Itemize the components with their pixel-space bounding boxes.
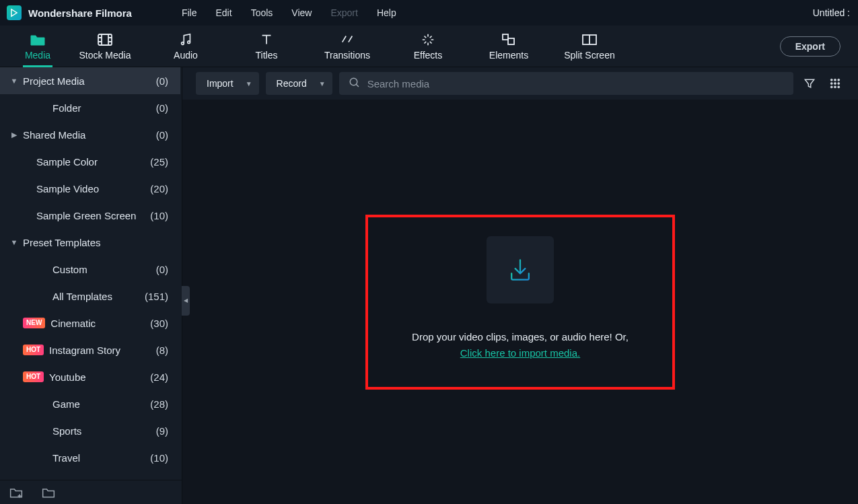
tree-count: (10)	[150, 210, 168, 221]
tree-travel[interactable]: Travel (10)	[0, 444, 180, 471]
record-label: Record	[277, 78, 307, 89]
svg-point-8	[834, 79, 836, 81]
menu-view[interactable]: View	[282, 7, 321, 18]
tree-sample-video[interactable]: Sample Video (20)	[0, 175, 180, 202]
chevron-down-icon: ▼	[8, 77, 20, 85]
tree-count: (20)	[150, 183, 168, 194]
svg-point-12	[838, 83, 840, 85]
tree-label: Instagram Story	[49, 345, 120, 356]
tree-label: Cinematic	[50, 318, 96, 329]
tree-sample-color[interactable]: Sample Color (25)	[0, 148, 180, 175]
media-drop-zone[interactable]: Drop your video clips, images, or audio …	[182, 100, 858, 504]
tree-shared-media[interactable]: ▶ Shared Media (0)	[0, 121, 180, 148]
tree-project-media[interactable]: ▼ Project Media (0)	[0, 67, 180, 94]
tree-count: (24)	[150, 371, 168, 383]
transitions-icon	[340, 32, 355, 47]
svg-rect-3	[503, 34, 508, 40]
tab-media[interactable]: Media	[11, 26, 65, 67]
tree-label: Folder	[52, 102, 81, 114]
sparkle-icon	[421, 32, 435, 47]
tree-label: Travel	[52, 452, 80, 464]
import-media-link[interactable]: Click here to import media.	[460, 347, 580, 359]
tree-count: (30)	[150, 318, 168, 329]
tab-effects-label: Effects	[414, 50, 443, 61]
new-folder-icon[interactable]	[9, 487, 23, 499]
menu-edit[interactable]: Edit	[207, 7, 242, 18]
import-icon[interactable]	[487, 236, 554, 303]
svg-point-13	[830, 86, 832, 88]
tree-count: (25)	[150, 156, 168, 168]
sidebar-tree[interactable]: ▼ Project Media (0) Folder (0) ▶ Shared …	[0, 67, 182, 480]
drop-line1: Drop your video clips, images, or audio …	[412, 331, 629, 343]
import-dropdown[interactable]: Import ▼	[196, 72, 259, 95]
tree-custom[interactable]: Custom (0)	[0, 256, 180, 283]
export-button[interactable]: Export	[780, 36, 841, 57]
collapse-sidebar-handle[interactable]	[182, 286, 190, 316]
tree-label: Sample Green Screen	[36, 210, 136, 221]
tree-label: Project Media	[23, 75, 85, 87]
menu-file[interactable]: File	[172, 7, 207, 18]
folder-open-icon[interactable]	[42, 487, 55, 499]
tree-sample-green[interactable]: Sample Green Screen (10)	[0, 202, 180, 229]
tab-titles-label: Titles	[256, 50, 278, 61]
tree-cinematic[interactable]: NEW Cinematic (30)	[0, 310, 180, 336]
app-title: Wondershare Filmora	[28, 7, 132, 19]
tree-count: (10)	[150, 452, 168, 464]
svg-point-15	[838, 86, 840, 88]
tree-sports[interactable]: Sports (9)	[0, 417, 180, 444]
tree-all-templates[interactable]: All Templates (151)	[0, 283, 180, 310]
tree-youtube[interactable]: HOT Youtube (24)	[0, 363, 180, 390]
drop-highlight-box: Drop your video clips, images, or audio …	[365, 215, 675, 390]
tab-stock-label: Stock Media	[79, 50, 131, 61]
menu-help[interactable]: Help	[367, 7, 406, 18]
tree-label: Sample Color	[36, 156, 98, 168]
tab-titles[interactable]: Titles	[226, 26, 307, 67]
filter-icon[interactable]	[800, 77, 819, 90]
menu-tools[interactable]: Tools	[242, 7, 283, 18]
svg-point-7	[830, 79, 832, 81]
title-bar: Wondershare Filmora File Edit Tools View…	[0, 0, 858, 26]
tab-stock-media[interactable]: Stock Media	[65, 26, 145, 67]
svg-point-14	[834, 86, 836, 88]
project-title: Untitled :	[813, 7, 851, 18]
tool-tabs: Media Stock Media Audio Titles Transitio…	[0, 26, 858, 67]
tab-transitions[interactable]: Transitions	[307, 26, 388, 67]
tab-effects[interactable]: Effects	[388, 26, 468, 67]
tree-label: Custom	[52, 264, 87, 275]
svg-rect-4	[508, 38, 514, 44]
chevron-right-icon: ▶	[8, 131, 20, 139]
hot-badge: HOT	[23, 345, 44, 355]
grid-view-icon[interactable]	[826, 77, 845, 89]
workspace: ▼ Project Media (0) Folder (0) ▶ Shared …	[0, 67, 858, 504]
tree-game[interactable]: Game (28)	[0, 390, 180, 417]
tree-count: (0)	[156, 102, 168, 114]
tree-label: Shared Media	[23, 129, 85, 141]
tree-label: Game	[52, 398, 80, 410]
search-input[interactable]	[367, 78, 784, 89]
app-logo-icon	[7, 5, 22, 20]
chevron-down-icon: ▼	[319, 80, 326, 87]
split-icon	[581, 32, 598, 47]
tree-count: (8)	[156, 345, 168, 356]
svg-rect-0	[98, 34, 112, 45]
record-dropdown[interactable]: Record ▼	[266, 72, 332, 95]
menu-export: Export	[321, 7, 367, 18]
tree-folder[interactable]: Folder (0)	[0, 94, 180, 121]
tree-count: (0)	[156, 129, 168, 141]
tab-media-label: Media	[25, 50, 50, 61]
hot-badge: HOT	[23, 371, 44, 382]
tree-label: Preset Templates	[23, 237, 101, 248]
tab-split-screen[interactable]: Split Screen	[549, 26, 630, 67]
svg-point-6	[350, 78, 357, 85]
search-icon	[349, 77, 361, 91]
svg-point-10	[830, 83, 832, 85]
media-content: Import ▼ Record ▼	[182, 67, 858, 504]
tab-elements[interactable]: Elements	[468, 26, 549, 67]
svg-point-2	[188, 40, 190, 43]
import-label: Import	[207, 78, 234, 89]
tree-preset-templates[interactable]: ▼ Preset Templates	[0, 229, 180, 256]
tree-instagram[interactable]: HOT Instagram Story (8)	[0, 336, 180, 363]
tree-label: All Templates	[52, 291, 112, 302]
search-field[interactable]	[339, 72, 793, 95]
tab-audio[interactable]: Audio	[145, 26, 226, 67]
